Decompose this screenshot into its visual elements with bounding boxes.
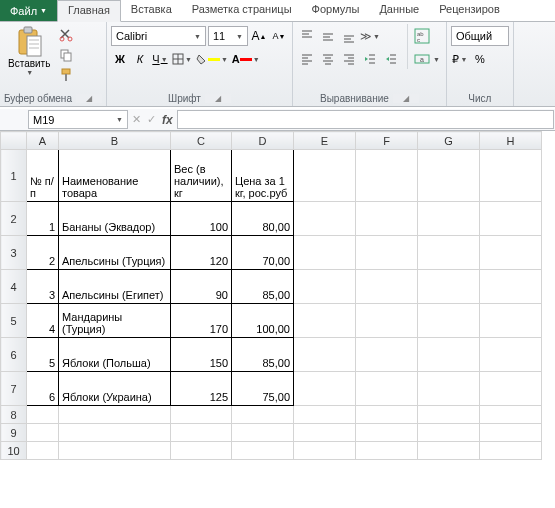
cell[interactable]: 80,00 (232, 202, 294, 236)
cell[interactable] (480, 406, 542, 424)
cell[interactable] (356, 236, 418, 270)
cell[interactable] (480, 150, 542, 202)
cell[interactable]: 6 (27, 372, 59, 406)
cell[interactable] (171, 406, 232, 424)
insert-function-button[interactable]: fx (162, 113, 173, 127)
cell[interactable] (294, 270, 356, 304)
cell[interactable] (59, 406, 171, 424)
cell[interactable] (418, 304, 480, 338)
row-header[interactable]: 7 (1, 372, 27, 406)
col-header[interactable]: B (59, 132, 171, 150)
cell[interactable] (480, 442, 542, 460)
cell[interactable] (356, 202, 418, 236)
cut-button[interactable] (56, 26, 76, 44)
cell[interactable] (294, 304, 356, 338)
row-header[interactable]: 8 (1, 406, 27, 424)
cell[interactable] (418, 270, 480, 304)
cell[interactable] (27, 406, 59, 424)
cell[interactable] (294, 236, 356, 270)
dialog-launcher-icon[interactable]: ◢ (205, 94, 231, 103)
dialog-launcher-icon[interactable]: ◢ (76, 94, 102, 103)
row-header[interactable]: 5 (1, 304, 27, 338)
cell[interactable]: Апельсины (Турция) (59, 236, 171, 270)
tab-file[interactable]: Файл ▼ (0, 0, 57, 21)
cell[interactable] (294, 406, 356, 424)
cell[interactable] (294, 372, 356, 406)
cell[interactable]: 2 (27, 236, 59, 270)
align-right-button[interactable] (339, 49, 359, 69)
row-header[interactable]: 6 (1, 338, 27, 372)
tab-data[interactable]: Данные (369, 0, 429, 21)
cell[interactable]: 125 (171, 372, 232, 406)
cell[interactable] (356, 424, 418, 442)
cancel-formula-button[interactable]: ✕ (132, 113, 141, 126)
cell[interactable] (356, 150, 418, 202)
spreadsheet-grid[interactable]: A B C D E F G H 1 № п/п Наименование тов… (0, 131, 555, 460)
bold-button[interactable]: Ж (111, 49, 129, 69)
col-header[interactable]: A (27, 132, 59, 150)
grow-font-button[interactable]: A▲ (250, 26, 268, 46)
cell[interactable]: Апельсины (Египет) (59, 270, 171, 304)
cell[interactable] (418, 442, 480, 460)
cell[interactable] (294, 424, 356, 442)
cell[interactable] (356, 338, 418, 372)
cell[interactable] (356, 270, 418, 304)
row-header[interactable]: 2 (1, 202, 27, 236)
cell[interactable]: 70,00 (232, 236, 294, 270)
cell[interactable] (480, 304, 542, 338)
cell[interactable] (232, 406, 294, 424)
cell[interactable]: Бананы (Эквадор) (59, 202, 171, 236)
align-center-button[interactable] (318, 49, 338, 69)
cell[interactable] (480, 372, 542, 406)
cell[interactable] (418, 424, 480, 442)
row-header[interactable]: 10 (1, 442, 27, 460)
row-header[interactable]: 1 (1, 150, 27, 202)
cell[interactable] (356, 304, 418, 338)
align-bottom-button[interactable] (339, 26, 359, 46)
font-size-combo[interactable]: 11▼ (208, 26, 248, 46)
align-middle-button[interactable] (318, 26, 338, 46)
col-header[interactable]: D (232, 132, 294, 150)
cell[interactable] (356, 406, 418, 424)
cell[interactable] (418, 338, 480, 372)
cell[interactable] (356, 372, 418, 406)
cell[interactable]: 90 (171, 270, 232, 304)
col-header[interactable]: G (418, 132, 480, 150)
cell[interactable]: 150 (171, 338, 232, 372)
col-header[interactable]: E (294, 132, 356, 150)
format-painter-button[interactable] (56, 66, 76, 84)
cell[interactable] (480, 270, 542, 304)
cell[interactable]: 1 (27, 202, 59, 236)
name-box[interactable]: M19▼ (28, 110, 128, 129)
cell[interactable] (480, 424, 542, 442)
align-top-button[interactable] (297, 26, 317, 46)
tab-home[interactable]: Главная (57, 0, 121, 22)
cell[interactable]: Яблоки (Польша) (59, 338, 171, 372)
cell[interactable]: Мандарины (Турция) (59, 304, 171, 338)
enter-formula-button[interactable]: ✓ (147, 113, 156, 126)
accounting-format-button[interactable]: ₽▼ (451, 49, 469, 69)
cell[interactable] (480, 338, 542, 372)
decrease-indent-button[interactable] (360, 49, 380, 69)
underline-button[interactable]: Ч▼ (151, 49, 169, 69)
cell[interactable] (59, 424, 171, 442)
cell[interactable]: Наименование товара (59, 150, 171, 202)
cell[interactable]: 4 (27, 304, 59, 338)
cell[interactable]: Цена за 1 кг, рос.руб (232, 150, 294, 202)
align-left-button[interactable] (297, 49, 317, 69)
fill-color-button[interactable]: ▼ (195, 49, 229, 69)
font-color-button[interactable]: A▼ (231, 49, 261, 69)
row-header[interactable]: 3 (1, 236, 27, 270)
copy-button[interactable] (56, 46, 76, 64)
cell[interactable] (418, 372, 480, 406)
tab-review[interactable]: Рецензиров (429, 0, 510, 21)
cell[interactable]: № п/п (27, 150, 59, 202)
cell[interactable] (418, 150, 480, 202)
merge-button[interactable]: a▼ (412, 49, 442, 69)
col-header[interactable]: C (171, 132, 232, 150)
cell[interactable] (232, 442, 294, 460)
cell[interactable]: 85,00 (232, 270, 294, 304)
tab-formulas[interactable]: Формулы (302, 0, 370, 21)
font-name-combo[interactable]: Calibri▼ (111, 26, 206, 46)
cell[interactable] (480, 236, 542, 270)
